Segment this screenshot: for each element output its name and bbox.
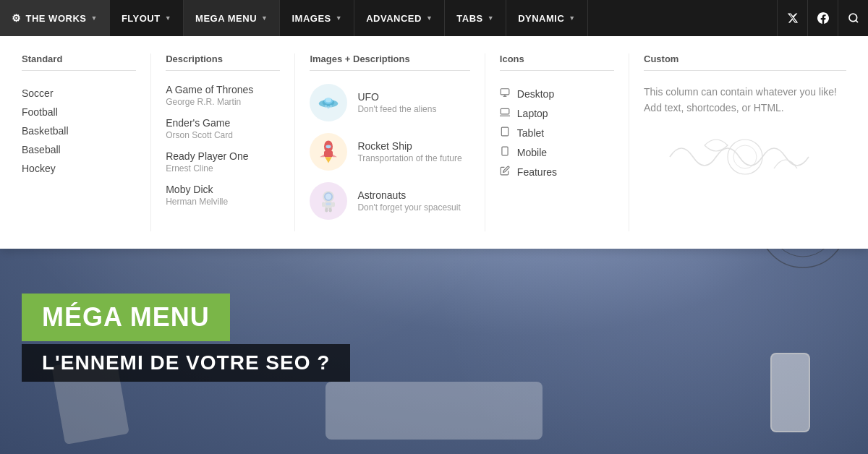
svg-line-3 — [856, 20, 858, 22]
svg-rect-21 — [322, 202, 325, 207]
list-item[interactable]: Ender's Game Orson Scott Card — [166, 117, 280, 140]
chevron-icon: ▼ — [165, 14, 171, 22]
nav-item-mega-menu[interactable]: MEGA MENU ▼ — [184, 0, 280, 36]
standard-list: Soccer Football Basketball Baseball Hock… — [22, 84, 136, 178]
chevron-icon: ▼ — [426, 14, 433, 22]
descriptions-list: A Game of Thrones George R.R. Martin End… — [166, 84, 280, 207]
item-sub: Transportation of the future — [357, 153, 461, 163]
col-header-images-descriptions: Images + Descriptions — [310, 53, 469, 71]
nav-spacer — [588, 0, 777, 36]
mega-col-images-descriptions: Images + Descriptions UFO — [295, 53, 485, 231]
labels-container: MÉGA MENU L'ENNEMI DE VOTRE SEO ? — [0, 294, 868, 382]
img-desc-text: Astronauts Don't forget your spacesuit — [357, 189, 460, 213]
svg-point-9 — [328, 106, 331, 109]
ufo-icon — [310, 84, 347, 121]
desc-title: A Game of Thrones — [166, 84, 280, 95]
navbar: ⚙ THE WORKS ▼ FLYOUT ▼ MEGA MENU ▼ IMAGE… — [0, 0, 868, 36]
gear-icon: ⚙ — [12, 12, 22, 24]
svg-rect-22 — [332, 202, 335, 207]
list-item[interactable]: Ready Player One Ernest Cline — [166, 150, 280, 174]
list-item[interactable]: Moby Dick Herman Melville — [166, 184, 280, 207]
item-sub: Don't forget your spacesuit — [357, 202, 460, 213]
nav-item-the-works[interactable]: ⚙ THE WORKS ▼ — [0, 0, 110, 36]
nav-item-flyout[interactable]: FLYOUT ▼ — [110, 0, 184, 36]
list-item[interactable]: Features — [500, 162, 614, 181]
rocket-icon — [310, 133, 347, 171]
desc-title: Ender's Game — [166, 117, 280, 129]
nav-label-mega-menu: MEGA MENU — [195, 13, 257, 24]
svg-marker-13 — [320, 155, 324, 158]
nav-item-tabs[interactable]: TABS ▼ — [445, 0, 506, 36]
list-item[interactable]: Desktop — [500, 84, 614, 103]
chevron-icon: ▼ — [569, 14, 575, 22]
img-desc-text: Rocket Ship Transportation of the future — [357, 140, 461, 163]
nav-icons — [777, 0, 868, 36]
svg-point-19 — [326, 194, 331, 200]
desktop-icon — [500, 87, 510, 100]
nav-label-tabs: TABS — [456, 13, 482, 24]
seo-label: L'ENNEMI DE VOTRE SEO ? — [22, 344, 350, 382]
nav-label-images: IMAGES — [292, 13, 331, 24]
svg-marker-16 — [326, 157, 333, 163]
svg-rect-26 — [501, 89, 509, 95]
icons-list: Desktop Laptop Tablet Mobile — [500, 84, 614, 181]
svg-rect-29 — [501, 108, 509, 114]
col-header-descriptions: Descriptions — [166, 53, 280, 71]
astronaut-icon — [310, 182, 347, 220]
chevron-icon: ▼ — [261, 14, 268, 22]
list-item[interactable]: Soccer — [22, 84, 136, 103]
mega-col-descriptions: Descriptions A Game of Thrones George R.… — [151, 53, 295, 231]
laptop-icon — [500, 107, 510, 119]
svg-point-2 — [849, 14, 857, 22]
list-item[interactable]: A Game of Thrones George R.R. Martin — [166, 84, 280, 107]
nav-label-flyout: FLYOUT — [122, 13, 161, 24]
features-icon — [500, 166, 510, 178]
list-item[interactable]: Laptop — [500, 103, 614, 123]
seo-label-wrapper: L'ENNEMI DE VOTRE SEO ? — [22, 344, 868, 382]
svg-point-7 — [326, 98, 331, 102]
nav-label-dynamic: DYNAMIC — [518, 13, 564, 24]
search-icon-button[interactable] — [838, 0, 868, 36]
nav-label-the-works: THE WORKS — [26, 13, 87, 24]
svg-rect-24 — [329, 208, 332, 213]
list-item[interactable]: Baseball — [22, 140, 136, 159]
twitter-icon-button[interactable] — [777, 0, 807, 36]
item-title: Rocket Ship — [357, 140, 461, 152]
col-header-icons: Icons — [500, 53, 614, 71]
tablet-icon — [500, 127, 510, 139]
desc-sub: Orson Scott Card — [166, 130, 280, 140]
facebook-icon-button[interactable] — [807, 0, 838, 36]
nav-item-dynamic[interactable]: DYNAMIC ▼ — [506, 0, 588, 36]
img-desc-list: UFO Don't feed the aliens — [310, 84, 469, 220]
chevron-icon: ▼ — [488, 14, 494, 22]
mega-menu-label: MÉGA MENU — [22, 294, 230, 341]
keyboard-decoration — [326, 382, 542, 440]
svg-rect-23 — [326, 208, 328, 213]
mega-menu-dropdown: Standard Soccer Football Basketball Base… — [0, 36, 868, 249]
svg-point-10 — [330, 105, 333, 108]
item-title: Astronauts — [357, 189, 460, 201]
list-item[interactable]: Mobile — [500, 142, 614, 162]
mega-menu-label-wrapper: MÉGA MENU — [22, 294, 868, 341]
desc-sub: George R.R. Martin — [166, 97, 280, 107]
list-item[interactable]: Tablet — [500, 123, 614, 142]
svg-point-15 — [326, 145, 331, 148]
svg-rect-12 — [324, 151, 333, 157]
nav-item-advanced[interactable]: ADVANCED ▼ — [354, 0, 445, 36]
list-item[interactable]: Football — [22, 103, 136, 121]
svg-point-35 — [733, 145, 757, 168]
custom-text: This column can contain whatever you lik… — [644, 84, 846, 116]
doodle-decoration — [644, 128, 846, 186]
text-overlay: MÉGA MENU L'ENNEMI DE VOTRE SEO ? — [0, 294, 868, 382]
nav-item-images[interactable]: IMAGES ▼ — [280, 0, 354, 36]
svg-marker-14 — [333, 155, 337, 158]
list-item[interactable]: UFO Don't feed the aliens — [310, 84, 469, 121]
list-item[interactable]: Hockey — [22, 159, 136, 178]
desc-sub: Herman Melville — [166, 197, 280, 207]
col-header-standard: Standard — [22, 53, 136, 71]
list-item[interactable]: Astronauts Don't forget your spacesuit — [310, 182, 469, 220]
list-item[interactable]: Rocket Ship Transportation of the future — [310, 133, 469, 171]
desc-title: Moby Dick — [166, 184, 280, 195]
list-item[interactable]: Basketball — [22, 121, 136, 140]
mobile-icon — [500, 146, 510, 158]
